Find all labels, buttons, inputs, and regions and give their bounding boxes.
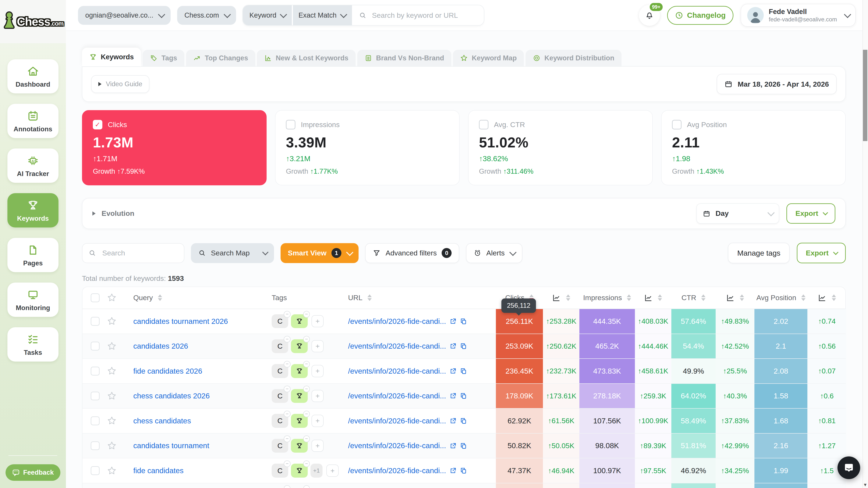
tab-new-lost-keywords[interactable]: New & Lost Keywords bbox=[257, 50, 355, 66]
tag-chip-trophy[interactable]: − bbox=[291, 314, 308, 328]
copy-icon[interactable] bbox=[460, 442, 467, 450]
date-range-picker[interactable]: Mar 18, 2026 - Apr 14, 2026 bbox=[717, 74, 836, 94]
remove-tag-icon[interactable]: − bbox=[303, 435, 310, 442]
column-header-clicks-chart[interactable] bbox=[543, 287, 579, 308]
page-scrollbar[interactable]: ▼ bbox=[863, 0, 868, 488]
add-tag-button[interactable]: + bbox=[311, 440, 323, 452]
evolution-toggle[interactable]: Evolution bbox=[92, 209, 134, 218]
remove-tag-icon[interactable]: − bbox=[303, 411, 310, 417]
row-checkbox[interactable] bbox=[91, 341, 100, 351]
remove-tag-icon[interactable]: − bbox=[284, 361, 290, 367]
tag-chip-c[interactable]: C− bbox=[272, 389, 288, 403]
metric-checkbox[interactable] bbox=[479, 120, 488, 129]
account-dropdown[interactable]: ognian@seoalive.co... bbox=[78, 6, 170, 25]
star-icon[interactable] bbox=[107, 441, 117, 451]
select-all-checkbox[interactable] bbox=[91, 293, 100, 302]
remove-tag-icon[interactable]: − bbox=[303, 485, 310, 488]
tag-chip-more[interactable]: +1 bbox=[310, 464, 322, 478]
sidebar-item-dashboard[interactable]: Dashboard bbox=[7, 59, 58, 93]
scrollbar-down-arrow[interactable]: ▼ bbox=[863, 482, 868, 487]
metric-card-impressions[interactable]: Impressions3.39M↑3.21MGrowth ↑1.77K% bbox=[275, 110, 460, 185]
column-header-impressions-chart[interactable] bbox=[635, 287, 671, 308]
url-link[interactable]: /events/info/2026-fide-candi... bbox=[348, 392, 446, 400]
sidebar-item-ai-tracker[interactable]: AIAI Tracker bbox=[7, 149, 58, 183]
tag-chip-trophy[interactable]: − bbox=[291, 439, 308, 453]
star-icon[interactable] bbox=[107, 366, 117, 376]
tab-keyword-map[interactable]: Keyword Map bbox=[453, 50, 524, 66]
row-checkbox[interactable] bbox=[91, 466, 100, 475]
copy-icon[interactable] bbox=[460, 318, 467, 325]
chat-widget-button[interactable] bbox=[837, 456, 860, 479]
advanced-filters-button[interactable]: Advanced filters 0 bbox=[365, 243, 459, 263]
row-checkbox[interactable] bbox=[91, 392, 100, 400]
row-checkbox[interactable] bbox=[91, 317, 100, 326]
copy-icon[interactable] bbox=[460, 343, 467, 350]
add-tag-button[interactable]: + bbox=[311, 365, 323, 377]
sidebar-item-pages[interactable]: Pages bbox=[7, 238, 58, 272]
sidebar-item-keywords[interactable]: Keywords bbox=[7, 193, 58, 227]
sidebar-item-annotations[interactable]: Annotations bbox=[7, 104, 58, 138]
row-checkbox[interactable] bbox=[91, 442, 100, 450]
star-icon[interactable] bbox=[107, 341, 117, 351]
query-link[interactable]: fide candidates 2026 bbox=[133, 367, 202, 375]
tag-chip-trophy[interactable]: − bbox=[291, 389, 308, 403]
tag-chip-c[interactable]: C− bbox=[272, 314, 288, 328]
url-link[interactable]: /events/info/2026-fide-candi... bbox=[348, 317, 446, 326]
tag-chip-c[interactable]: C− bbox=[272, 464, 288, 478]
add-tag-button[interactable]: + bbox=[311, 340, 323, 352]
tag-chip-trophy[interactable]: − bbox=[291, 339, 308, 353]
feedback-button[interactable]: Feedback bbox=[5, 464, 60, 481]
remove-tag-icon[interactable]: − bbox=[284, 386, 290, 392]
row-checkbox[interactable] bbox=[91, 367, 100, 376]
copy-icon[interactable] bbox=[460, 417, 467, 424]
keyword-type-dropdown[interactable]: Keyword bbox=[243, 5, 292, 25]
column-header-ctr-chart[interactable] bbox=[716, 287, 754, 308]
url-link[interactable]: /events/info/2026-fide-candi... bbox=[348, 466, 446, 475]
remove-tag-icon[interactable]: − bbox=[284, 411, 290, 417]
remove-tag-icon[interactable]: − bbox=[303, 361, 310, 367]
external-link-icon[interactable] bbox=[450, 318, 457, 325]
column-header-query[interactable]: Query bbox=[133, 287, 272, 308]
copy-icon[interactable] bbox=[460, 392, 467, 399]
match-type-dropdown[interactable]: Exact Match bbox=[292, 5, 352, 25]
column-header-impressions[interactable]: Impressions bbox=[579, 287, 635, 308]
global-search-input[interactable] bbox=[371, 10, 477, 20]
url-link[interactable]: /events/info/2026-fide-candi... bbox=[348, 367, 446, 375]
url-link[interactable]: /events/info/2026-fide-candi... bbox=[348, 442, 446, 450]
tab-keywords[interactable]: Keywords bbox=[82, 48, 141, 66]
alerts-dropdown[interactable]: Alerts bbox=[466, 243, 522, 263]
granularity-select[interactable]: Day bbox=[696, 203, 779, 224]
add-tag-button[interactable]: + bbox=[311, 315, 323, 327]
external-link-icon[interactable] bbox=[450, 343, 457, 350]
query-link[interactable]: chess candidates bbox=[133, 417, 191, 425]
remove-tag-icon[interactable]: − bbox=[284, 435, 290, 442]
external-link-icon[interactable] bbox=[450, 467, 457, 474]
tab-tags[interactable]: Tags bbox=[143, 50, 184, 66]
column-header-avg-position-chart[interactable] bbox=[807, 287, 846, 308]
changelog-button[interactable]: Changelog bbox=[667, 6, 734, 25]
query-link[interactable]: candidates tournament bbox=[133, 442, 209, 450]
external-link-icon[interactable] bbox=[450, 392, 457, 399]
tag-chip-trophy[interactable]: − bbox=[291, 464, 308, 478]
star-icon[interactable] bbox=[107, 391, 117, 401]
sidebar-item-monitoring[interactable]: Monitoring bbox=[7, 283, 58, 317]
add-tag-button[interactable]: + bbox=[327, 464, 338, 477]
url-link[interactable]: /events/info/2026-fide-candi... bbox=[348, 342, 446, 350]
tag-chip-c[interactable]: C− bbox=[272, 439, 288, 453]
query-link[interactable]: candidates tournament 2026 bbox=[133, 317, 228, 326]
url-link[interactable]: /events/info/2026-fide-candi... bbox=[348, 417, 446, 425]
tab-brand-vs-non-brand[interactable]: Brand Vs Non-Brand bbox=[357, 50, 452, 66]
table-search-input[interactable] bbox=[101, 249, 178, 258]
table-export-button[interactable]: Export bbox=[797, 243, 846, 263]
external-link-icon[interactable] bbox=[450, 417, 457, 424]
query-link[interactable]: fide candidates bbox=[133, 466, 184, 475]
column-header-url[interactable]: URL bbox=[348, 287, 496, 308]
add-tag-button[interactable]: + bbox=[311, 415, 323, 427]
chesscom-logo[interactable]: Chess.com bbox=[0, 0, 66, 43]
star-icon[interactable] bbox=[107, 316, 117, 326]
metric-checkbox[interactable] bbox=[672, 120, 681, 129]
scrollbar-thumb[interactable] bbox=[863, 50, 867, 141]
remove-tag-icon[interactable]: − bbox=[284, 336, 290, 343]
site-dropdown[interactable]: Chess.com bbox=[177, 6, 236, 25]
remove-tag-icon[interactable]: − bbox=[284, 460, 290, 467]
